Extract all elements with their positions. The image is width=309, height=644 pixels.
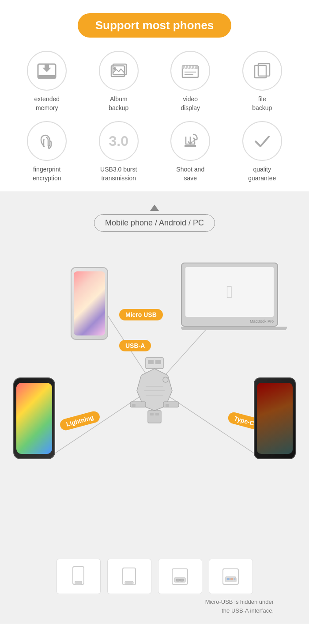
laptop-model-label: MacBook Pro [250,319,274,324]
album-backup-icon-circle [99,51,139,91]
svg-rect-18 [185,145,196,147]
album-backup-label: Albumbackup [109,95,128,112]
feature-quality-guarantee: qualityguarantee [229,121,296,183]
svg-rect-49 [227,578,230,580]
connector-thumbs-row [9,559,300,594]
feature-file-backup: filebackup [229,51,296,112]
laptop-display:  [185,267,274,317]
quality-guarantee-label: qualityguarantee [248,165,276,183]
lightning-connector-icon [66,564,90,589]
quality-guarantee-icon [251,130,273,152]
bottom-note: Micro-USB is hidden under the USB-A inte… [9,598,300,615]
diagram-container:  MacBook Pro Micro USB USB-A [9,240,300,550]
usb30-icon-circle: 3.0 [99,121,139,161]
shoot-save-icon-circle [170,121,210,161]
right-phone-device [254,377,296,459]
right-phone-screen [257,383,293,454]
svg-rect-28 [132,404,136,407]
video-display-icon-circle [170,51,210,91]
triangle-indicator [150,205,159,211]
lightning-connector-thumb [57,559,101,594]
svg-rect-2 [45,64,49,69]
extended-memory-icon [36,60,58,82]
extended-memory-label: extendedmemory [34,95,60,112]
micro-usb-badge: Micro USB [119,309,163,320]
mobile-phone-badge: Mobile phone / Android / PC [94,214,215,232]
quality-guarantee-icon-circle [242,121,282,161]
iphone-body [13,377,55,459]
micro-usb-connector-icon [219,564,243,589]
laptop-screen-area:  MacBook Pro [181,263,278,327]
fingerprint-encryption-label: fingerprintencryption [33,165,61,183]
features-grid: extendedmemory Albumbackup [9,51,300,183]
feature-video-display: videodisplay [157,51,224,112]
svg-rect-32 [150,413,154,415]
usb-device-center [126,355,183,426]
svg-rect-30 [166,404,169,407]
laptop-base [181,327,287,330]
feature-shoot-save: Shoot andsave [157,121,224,183]
extended-memory-icon-circle [27,51,67,91]
svg-rect-31 [148,411,161,423]
android-phone [71,267,108,340]
usb30-text: 3.0 [109,134,128,148]
svg-rect-33 [155,413,159,415]
video-display-icon [179,60,201,82]
feature-album-backup: Albumbackup [85,51,153,112]
file-backup-icon [251,60,273,82]
file-backup-icon-circle [242,51,282,91]
fingerprint-icon [36,130,58,152]
feature-fingerprint-encryption: fingerprintencryption [13,121,81,183]
album-backup-icon [108,60,130,82]
svg-rect-47 [180,579,184,581]
svg-rect-24 [148,360,154,364]
svg-rect-46 [176,579,180,581]
svg-point-6 [113,67,116,70]
svg-rect-25 [155,360,161,364]
android-phone-body [71,267,108,340]
usb-a-connector-icon [168,564,192,589]
feature-extended-memory: extendedmemory [13,51,81,112]
type-c-connector-icon [117,564,141,589]
iphone-device [13,377,55,459]
fingerprint-icon-circle [27,121,67,161]
svg-rect-51 [234,578,235,580]
laptop-device:  MacBook Pro [181,263,278,333]
feature-usb30-burst: 3.0 USB3.0 bursttransmission [85,121,153,183]
video-display-label: videodisplay [181,95,200,112]
type-c-connector-thumb [107,559,151,594]
usb-device-svg [126,355,183,426]
usb30-burst-label: USB3.0 bursttransmission [100,165,137,183]
bottom-section: Mobile phone / Android / PC  [0,191,309,624]
shoot-save-icon [179,130,201,152]
usb-a-badge: USB-A [119,340,151,351]
file-backup-label: filebackup [252,95,272,112]
shoot-save-label: Shoot andsave [176,165,204,183]
apple-logo-icon:  [226,282,233,302]
iphone-screen [16,383,52,454]
right-phone-body [254,377,296,459]
support-badge: Support most phones [78,13,232,38]
usb-a-connector-thumb [158,559,202,594]
top-section: Support most phones extendedmemory [0,0,309,191]
svg-rect-50 [230,578,233,580]
svg-rect-3 [38,75,56,78]
micro-usb-connector-thumb [209,559,253,594]
android-phone-screen [74,271,105,335]
